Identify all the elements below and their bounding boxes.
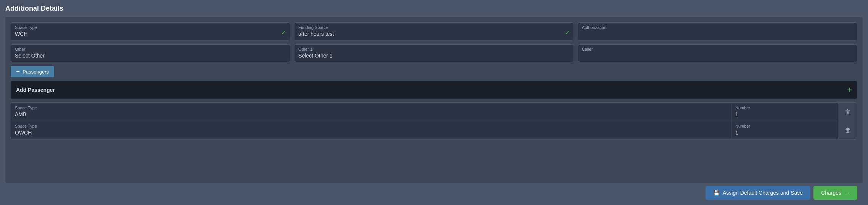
trash-icon-2: 🗑 bbox=[845, 127, 851, 134]
passenger-space-type-field-2[interactable]: Space Type OWCH bbox=[11, 121, 731, 139]
passenger-number-field-2[interactable]: Number 1 bbox=[731, 121, 838, 139]
other-value: Select Other bbox=[15, 53, 286, 59]
other-label: Other bbox=[15, 47, 286, 51]
passenger-space-type-value-1: AMB bbox=[15, 111, 727, 117]
delete-passenger-button-2[interactable]: 🗑 bbox=[838, 121, 857, 139]
passenger-number-value-1: 1 bbox=[735, 111, 834, 117]
other-field[interactable]: Other Select Other bbox=[11, 44, 290, 62]
space-type-value: WCH bbox=[15, 31, 286, 37]
charges-button[interactable]: Charges → bbox=[813, 186, 857, 200]
minus-icon: − bbox=[16, 68, 19, 75]
bottom-bar: 💾 Assign Default Charges and Save Charge… bbox=[5, 183, 863, 201]
charges-button-label: Charges bbox=[821, 190, 841, 196]
page-title: Additional Details bbox=[5, 5, 863, 13]
delete-passenger-button-1[interactable]: 🗑 bbox=[838, 103, 857, 121]
passenger-number-label-1: Number bbox=[735, 106, 834, 110]
authorization-field[interactable]: Authorization bbox=[578, 22, 857, 40]
passengers-toggle-button[interactable]: − Passengers bbox=[11, 66, 54, 77]
funding-source-check-icon: ✓ bbox=[565, 29, 570, 36]
row2: Other Select Other Other 1 Select Other … bbox=[11, 44, 857, 62]
other1-label: Other 1 bbox=[298, 47, 569, 51]
arrow-right-icon: → bbox=[844, 190, 850, 196]
table-row: Space Type AMB Number 1 🗑 bbox=[11, 103, 857, 121]
passenger-space-type-value-2: OWCH bbox=[15, 130, 727, 136]
caller-label: Caller bbox=[582, 47, 853, 51]
assign-default-charges-button[interactable]: 💾 Assign Default Charges and Save bbox=[706, 186, 810, 200]
funding-source-field[interactable]: Funding Source after hours test ✓ bbox=[294, 22, 574, 40]
funding-source-value: after hours test bbox=[298, 31, 569, 37]
add-passenger-icon[interactable]: + bbox=[847, 85, 852, 95]
main-content: Space Type WCH ✓ Funding Source after ho… bbox=[5, 17, 863, 183]
trash-icon-1: 🗑 bbox=[845, 109, 851, 115]
space-type-field[interactable]: Space Type WCH ✓ bbox=[11, 22, 290, 40]
authorization-label: Authorization bbox=[582, 25, 853, 30]
passenger-number-label-2: Number bbox=[735, 124, 834, 128]
other1-field[interactable]: Other 1 Select Other 1 bbox=[294, 44, 574, 62]
passenger-space-type-label-1: Space Type bbox=[15, 106, 727, 110]
passengers-toggle-label: Passengers bbox=[23, 69, 49, 75]
space-type-check-icon: ✓ bbox=[281, 29, 286, 36]
passenger-number-field-1[interactable]: Number 1 bbox=[731, 103, 838, 121]
other1-value: Select Other 1 bbox=[298, 53, 569, 59]
passenger-space-type-label-2: Space Type bbox=[15, 124, 727, 128]
row1: Space Type WCH ✓ Funding Source after ho… bbox=[11, 22, 857, 40]
caller-field[interactable]: Caller bbox=[578, 44, 857, 62]
add-passenger-bar: Add Passenger + bbox=[11, 81, 857, 99]
passenger-rows: Space Type AMB Number 1 🗑 Space Type OWC… bbox=[11, 102, 857, 139]
assign-button-label: Assign Default Charges and Save bbox=[723, 190, 803, 196]
save-icon: 💾 bbox=[713, 190, 720, 196]
space-type-label: Space Type bbox=[15, 25, 286, 30]
passenger-space-type-field-1[interactable]: Space Type AMB bbox=[11, 103, 731, 121]
add-passenger-label: Add Passenger bbox=[16, 87, 55, 93]
funding-source-label: Funding Source bbox=[298, 25, 569, 30]
table-row: Space Type OWCH Number 1 🗑 bbox=[11, 121, 857, 139]
passenger-number-value-2: 1 bbox=[735, 130, 834, 136]
